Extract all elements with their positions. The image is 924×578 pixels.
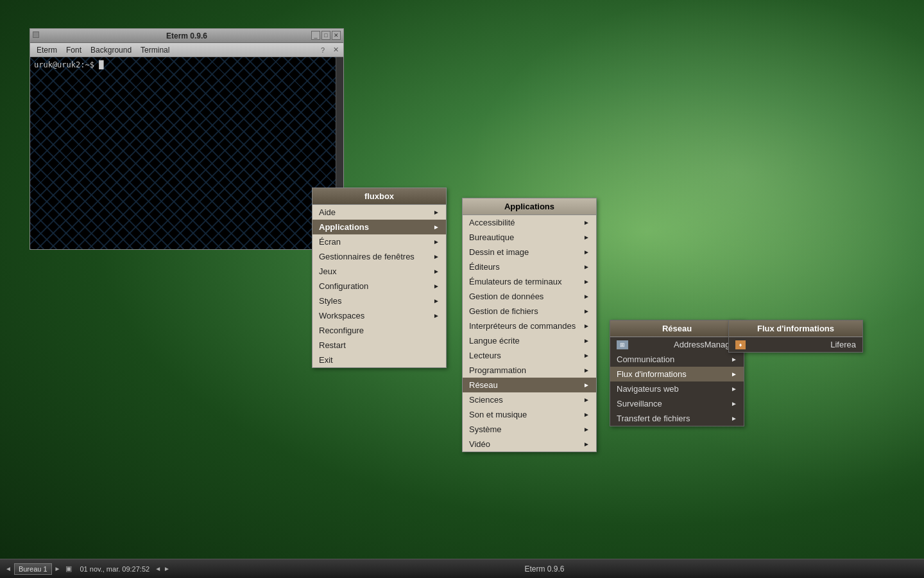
apps-menu-item-lecteurs[interactable]: Lecteurs ► [463,348,596,363]
terminal-window: Eterm 0.9.6 _ □ ✕ Eterm Font Background … [30,28,344,250]
terminal-menubar: Eterm Font Background Terminal ? ✕ [30,43,343,57]
arrow-icon: ► [433,253,440,260]
terminal-menu-sep: ? ✕ [318,45,341,55]
fluxbox-menu-item-jeux[interactable]: Jeux ► [312,264,446,279]
arrow-icon: ► [433,223,440,231]
terminal-content[interactable]: uruk@uruk2:~$ █ [30,57,343,249]
arrow-icon: ► [583,441,590,448]
fluxbox-menu-header: fluxbox [312,188,446,205]
arrow-icon: ► [583,337,590,344]
apps-menu-item-video[interactable]: Vidéo ► [463,437,596,451]
arrow-icon: ► [583,367,590,374]
reseau-menu-item-addressmanager[interactable]: ⊞ AddressManager [610,337,744,352]
arrow-icon: ► [583,278,590,285]
fluxbox-menu-item-styles[interactable]: Styles ► [312,293,446,308]
taskbar-left: ◄ Bureau 1 ► ▣ 01 nov., mar. 09:27:52 ◄ … [5,563,170,575]
arrow-icon: ► [583,411,590,418]
terminal-title: Eterm 0.9.6 [166,31,207,40]
arrow-icon: ► [583,308,590,315]
arrow-icon: ► [583,426,590,433]
apps-menu-item-sciences[interactable]: Sciences ► [463,392,596,407]
terminal-text: uruk@uruk2:~$ █ [34,60,339,71]
arrow-icon: ► [433,238,440,245]
apps-menu-item-son[interactable]: Son et musique ► [463,407,596,422]
reseau-menu-item-flux[interactable]: Flux d'informations ► [610,367,744,381]
arrow-icon: ► [583,263,590,270]
terminal-bg-pattern [30,57,343,249]
apps-menu-item-interpreteurs[interactable]: Interpréteurs de commandes ► [463,319,596,333]
flux-menu: Flux d'informations ♦ Liferea [728,320,863,353]
fluxbox-menu-item-exit[interactable]: Exit [312,353,446,367]
arrow-icon: ► [583,249,590,256]
terminal-close-icon[interactable]: ✕ [330,45,341,55]
terminal-menu-terminal[interactable]: Terminal [137,44,173,56]
arrow-icon: ► [731,385,737,392]
taskbar-datetime: 01 nov., mar. 09:27:52 [80,565,150,573]
apps-menu-item-accessibilite[interactable]: Accessibilité ► [463,215,596,230]
workspace-label: Bureau 1 [19,565,47,573]
apps-menu-item-systeme[interactable]: Système ► [463,422,596,437]
apps-menu-item-editeurs[interactable]: Éditeurs ► [463,259,596,274]
apps-menu-item-emulateurs[interactable]: Émulateurs de terminaux ► [463,274,596,289]
terminal-maximize-btn[interactable]: □ [321,31,330,40]
fluxbox-menu-item-reconfigure[interactable]: Reconfigure [312,323,446,338]
applications-menu: Applications Accessibilité ► Bureautique… [462,198,597,452]
fluxbox-menu-item-workspaces[interactable]: Workspaces ► [312,308,446,323]
flux-menu-item-liferea[interactable]: ♦ Liferea [729,337,862,352]
fluxbox-menu-item-applications[interactable]: Applications ► [312,220,446,234]
reseau-menu-item-communication[interactable]: Communication ► [610,352,744,367]
apps-menu-item-dessin[interactable]: Dessin et image ► [463,245,596,259]
reseau-menu-header: Réseau [610,320,744,337]
workspace-button[interactable]: Bureau 1 [14,563,52,575]
applications-menu-header: Applications [463,198,596,215]
fluxbox-menu-item-configuration[interactable]: Configuration ► [312,279,446,293]
terminal-close-btn[interactable]: ✕ [332,31,341,40]
arrow-icon: ► [583,352,590,359]
arrow-icon: ► [583,219,590,226]
apps-menu-item-gestion-donnees[interactable]: Gestion de données ► [463,289,596,304]
arrow-icon: ► [583,396,590,403]
arrow-icon: ► [433,297,440,304]
fluxbox-menu-item-aide[interactable]: Aide ► [312,205,446,220]
address-manager-icon: ⊞ [617,340,628,349]
taskbar: ◄ Bureau 1 ► ▣ 01 nov., mar. 09:27:52 ◄ … [0,559,924,578]
reseau-menu-item-surveillance[interactable]: Surveillance ► [610,396,744,411]
apps-menu-item-gestion-fichiers[interactable]: Gestion de fichiers ► [463,304,596,319]
apps-menu-item-bureautique[interactable]: Bureautique ► [463,230,596,245]
taskbar-arrows-left[interactable]: ◄ [155,565,161,572]
arrow-icon: ► [731,356,737,363]
apps-menu-item-programmation[interactable]: Programmation ► [463,363,596,378]
terminal-title-buttons: _ □ ✕ [311,31,341,40]
arrow-icon: ► [433,268,440,275]
terminal-left-btn[interactable] [33,31,39,38]
workspace-prev-arrow[interactable]: ◄ [5,565,12,572]
taskbar-center: Eterm 0.9.6 [170,565,919,574]
terminal-menu-font[interactable]: Font [62,44,85,56]
apps-menu-item-langue[interactable]: Langue écrite ► [463,333,596,348]
fluxbox-menu: fluxbox Aide ► Applications ► Écran ► Ge… [312,188,447,368]
terminal-menu-background[interactable]: Background [87,44,135,56]
terminal-menu-eterm[interactable]: Eterm [33,44,61,56]
arrow-icon: ► [433,209,440,216]
terminal-minimize-btn[interactable]: _ [311,31,320,40]
reseau-menu-item-transfert[interactable]: Transfert de fichiers ► [610,411,744,426]
workspace-icon[interactable]: ▣ [65,565,72,573]
reseau-menu: Réseau ⊞ AddressManager Communication ► … [610,320,744,426]
arrow-icon: ► [433,283,440,290]
arrow-icon: ► [583,293,590,300]
arrow-icon: ► [583,322,590,329]
arrow-icon: ► [731,415,737,422]
arrow-icon: ► [433,312,440,319]
terminal-prompt: uruk@uruk2:~$ █ [34,60,103,69]
terminal-help-icon[interactable]: ? [318,45,328,55]
workspace-next-arrow[interactable]: ► [55,565,61,572]
taskbar-app-label: Eterm 0.9.6 [524,565,564,574]
fluxbox-menu-item-ecran[interactable]: Écran ► [312,234,446,249]
apps-menu-item-reseau[interactable]: Réseau ► [463,378,596,392]
arrow-icon: ► [731,371,737,378]
fluxbox-menu-item-gestionnaires[interactable]: Gestionnaires de fenêtres ► [312,249,446,264]
liferea-icon: ♦ [735,340,746,349]
reseau-menu-item-navigateurs[interactable]: Navigateurs web ► [610,381,744,396]
fluxbox-menu-item-restart[interactable]: Restart [312,338,446,353]
taskbar-arrows-right[interactable]: ► [164,565,170,572]
